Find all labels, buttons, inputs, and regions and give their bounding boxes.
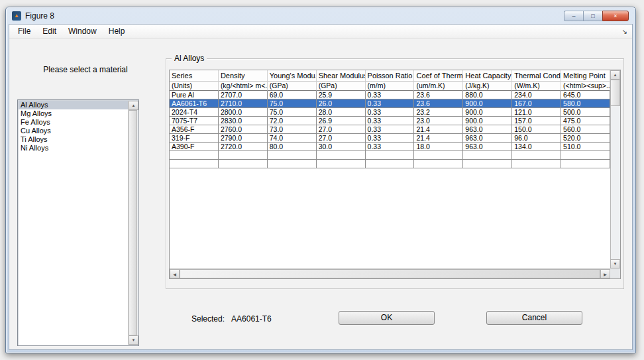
table-cell[interactable]: 2720.0 xyxy=(219,143,268,151)
table-cell[interactable]: 23.6 xyxy=(414,91,463,99)
list-item-fe-alloys[interactable]: Fe Alloys xyxy=(19,118,128,127)
scroll-up-icon[interactable]: ▲ xyxy=(129,101,138,110)
table-row[interactable]: Pure Al2707.069.025.90.3323.6880.0234.06… xyxy=(170,91,610,99)
table-cell[interactable]: 25.9 xyxy=(317,91,366,99)
table-cell[interactable]: 21.4 xyxy=(414,134,463,143)
table-cell[interactable]: 18.0 xyxy=(414,143,463,151)
table-cell[interactable]: 0.33 xyxy=(366,117,415,125)
table-cell[interactable]: 74.0 xyxy=(268,134,317,143)
table-cell[interactable]: 0.33 xyxy=(366,134,415,143)
table-row[interactable]: A356-F2760.073.027.00.3321.4963.0150.056… xyxy=(170,125,610,134)
table-cell[interactable]: 121.0 xyxy=(512,108,561,117)
table-cell[interactable]: 2830.0 xyxy=(219,117,268,125)
close-button[interactable]: × xyxy=(602,11,629,21)
table-cell[interactable]: Pure Al xyxy=(170,91,219,99)
table-cell[interactable]: 23.0 xyxy=(414,117,463,125)
table-cell[interactable]: 0.33 xyxy=(366,108,415,117)
table-cell[interactable]: 963.0 xyxy=(463,134,512,143)
table-cell[interactable]: 21.4 xyxy=(414,125,463,134)
table-cell[interactable]: 27.0 xyxy=(317,125,366,134)
list-item-mg-alloys[interactable]: Mg Alloys xyxy=(19,109,128,118)
table-cell[interactable]: 2710.0 xyxy=(219,99,268,108)
table-cell[interactable]: 0.33 xyxy=(366,143,415,151)
table-cell[interactable]: 560.0 xyxy=(561,125,610,134)
table-cell[interactable]: 0.33 xyxy=(366,125,415,134)
table-cell[interactable]: 167.0 xyxy=(512,99,561,108)
table-cell[interactable]: 900.0 xyxy=(463,117,512,125)
minimize-button[interactable]: – xyxy=(564,11,583,21)
list-item-cu-alloys[interactable]: Cu Alloys xyxy=(19,127,128,135)
table-row[interactable]: 2024-T42800.075.028.00.3323.2900.0121.05… xyxy=(170,108,610,117)
scroll-right-icon[interactable]: ▶ xyxy=(600,269,610,278)
menu-item-help[interactable]: Help xyxy=(103,25,131,37)
table-cell[interactable]: 75.0 xyxy=(268,108,317,117)
scroll-down-icon[interactable]: ▼ xyxy=(129,335,138,345)
table-cell[interactable]: 80.0 xyxy=(268,143,317,151)
table-cell[interactable]: 75.0 xyxy=(268,99,317,108)
table-cell[interactable]: 900.0 xyxy=(463,99,512,108)
table-hscroll-thumb[interactable] xyxy=(180,269,600,278)
table-cell[interactable]: 150.0 xyxy=(512,125,561,134)
table-cell[interactable]: 27.0 xyxy=(317,134,366,143)
table-cell[interactable]: 96.0 xyxy=(512,134,561,143)
table-cell[interactable]: 69.0 xyxy=(268,91,317,99)
table-cell[interactable]: 645.0 xyxy=(561,91,610,99)
menu-item-window[interactable]: Window xyxy=(62,25,103,37)
table-vscroll-thumb[interactable] xyxy=(610,80,620,106)
table-cell[interactable]: A356-F xyxy=(170,125,219,134)
table-row[interactable]: 7075-T72830.072.026.90.3323.0900.0157.04… xyxy=(170,117,610,125)
table-cell[interactable]: 2790.0 xyxy=(219,134,268,143)
table-cell[interactable]: AA6061-T6 xyxy=(170,99,219,108)
table-cell[interactable]: 26.9 xyxy=(317,117,366,125)
table-cell[interactable]: 475.0 xyxy=(561,117,610,125)
table-row[interactable]: AA6061-T62710.075.026.00.3323.6900.0167.… xyxy=(170,99,610,108)
table-cell[interactable]: 2707.0 xyxy=(219,91,268,99)
unit-cell: (Units) xyxy=(170,82,219,91)
table-cell[interactable]: 23.2 xyxy=(414,108,463,117)
menu-item-file[interactable]: File xyxy=(12,25,36,37)
list-item-al-alloys[interactable]: Al Alloys xyxy=(19,101,128,109)
list-item-ti-alloys[interactable]: Ti Alloys xyxy=(19,135,128,144)
table-cell[interactable]: 2760.0 xyxy=(219,125,268,134)
table-cell[interactable]: 963.0 xyxy=(463,125,512,134)
dock-figure-icon[interactable]: ↘ xyxy=(622,28,627,35)
table-cell[interactable]: 234.0 xyxy=(512,91,561,99)
table-cell[interactable]: 500.0 xyxy=(561,108,610,117)
table-row[interactable]: A390-F2720.080.030.00.3318.0963.0134.051… xyxy=(170,143,610,151)
title-bar[interactable]: ▲ Figure 8 – □ × xyxy=(6,7,635,24)
list-item-ni-alloys[interactable]: Ni Alloys xyxy=(19,144,128,152)
table-cell[interactable]: 28.0 xyxy=(317,108,366,117)
table-cell[interactable]: 900.0 xyxy=(463,108,512,117)
table-cell[interactable]: 157.0 xyxy=(512,117,561,125)
maximize-button[interactable]: □ xyxy=(583,11,602,21)
menu-item-edit[interactable]: Edit xyxy=(36,25,62,37)
scroll-up-icon[interactable]: ▲ xyxy=(610,70,620,80)
table-cell[interactable]: 30.0 xyxy=(317,143,366,151)
table-cell[interactable]: 26.0 xyxy=(317,99,366,108)
table-cell[interactable]: 0.33 xyxy=(366,91,415,99)
list-scrollbar[interactable]: ▲ ▼ xyxy=(128,101,138,345)
table-row[interactable]: 319-F2790.074.027.00.3321.4963.096.0520.… xyxy=(170,134,610,143)
table-cell[interactable]: A390-F xyxy=(170,143,219,151)
cancel-button[interactable]: Cancel xyxy=(486,311,582,325)
list-scrollbar-thumb[interactable] xyxy=(129,110,137,335)
table-horizontal-scrollbar[interactable]: ◀ ▶ xyxy=(170,269,610,278)
table-cell[interactable]: 580.0 xyxy=(561,99,610,108)
scroll-down-icon[interactable]: ▼ xyxy=(610,259,620,269)
table-cell[interactable]: 880.0 xyxy=(463,91,512,99)
ok-button[interactable]: OK xyxy=(339,311,435,325)
table-cell[interactable]: 963.0 xyxy=(463,143,512,151)
table-cell[interactable]: 510.0 xyxy=(561,143,610,151)
table-cell[interactable]: 23.6 xyxy=(414,99,463,108)
table-cell[interactable]: 7075-T7 xyxy=(170,117,219,125)
table-vertical-scrollbar[interactable]: ▲ ▼ xyxy=(610,70,620,269)
table-cell[interactable]: 319-F xyxy=(170,134,219,143)
table-cell[interactable]: 73.0 xyxy=(268,125,317,134)
table-cell[interactable]: 134.0 xyxy=(512,143,561,151)
table-cell[interactable]: 0.33 xyxy=(366,99,415,108)
table-cell[interactable]: 2800.0 xyxy=(219,108,268,117)
table-cell[interactable]: 520.0 xyxy=(561,134,610,143)
table-cell[interactable]: 2024-T4 xyxy=(170,108,219,117)
scroll-left-icon[interactable]: ◀ xyxy=(170,269,180,278)
table-cell[interactable]: 72.0 xyxy=(268,117,317,125)
